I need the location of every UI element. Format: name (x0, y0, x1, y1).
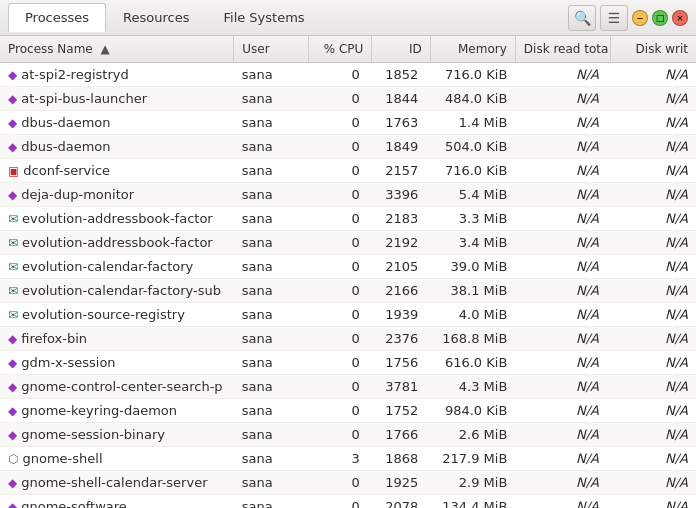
cell-id: 1756 (372, 351, 430, 375)
cell-diskread: N/A (515, 279, 611, 303)
table-row[interactable]: ◆dbus-daemon sana 0 1849 504.0 KiB N/A N… (0, 135, 696, 159)
cell-cpu: 0 (308, 231, 372, 255)
cell-memory: 984.0 KiB (430, 399, 515, 423)
cell-id: 3781 (372, 375, 430, 399)
tab-processes[interactable]: Processes (8, 3, 106, 32)
cell-diskwrite: N/A (611, 159, 696, 183)
cell-diskread: N/A (515, 111, 611, 135)
cell-diskread: N/A (515, 207, 611, 231)
table-row[interactable]: ✉evolution-addressbook-factor sana 0 218… (0, 207, 696, 231)
cell-memory: 134.4 MiB (430, 495, 515, 509)
cell-diskread: N/A (515, 303, 611, 327)
maximize-button[interactable]: □ (652, 10, 668, 26)
search-button[interactable]: 🔍 (568, 5, 596, 31)
table-row[interactable]: ✉evolution-addressbook-factor sana 0 219… (0, 231, 696, 255)
titlebar: Processes Resources File Systems 🔍 ☰ − □… (0, 0, 696, 36)
cell-id: 2166 (372, 279, 430, 303)
table-row[interactable]: ◆gnome-session-binary sana 0 1766 2.6 Mi… (0, 423, 696, 447)
cell-diskread: N/A (515, 495, 611, 509)
cell-cpu: 0 (308, 279, 372, 303)
cell-memory: 168.8 MiB (430, 327, 515, 351)
cell-id: 2192 (372, 231, 430, 255)
cell-user: sana (234, 423, 308, 447)
col-header-user[interactable]: User (234, 36, 308, 63)
cell-cpu: 0 (308, 303, 372, 327)
cell-diskwrite: N/A (611, 375, 696, 399)
cell-name: ◆dbus-daemon (0, 111, 234, 135)
table-row[interactable]: ◆gnome-control-center-search-p sana 0 37… (0, 375, 696, 399)
cell-id: 1849 (372, 135, 430, 159)
cell-name: ◆gnome-control-center-search-p (0, 375, 234, 399)
cell-name: ◆gnome-session-binary (0, 423, 234, 447)
col-header-memory[interactable]: Memory (430, 36, 515, 63)
table-row[interactable]: ◆gnome-keyring-daemon sana 0 1752 984.0 … (0, 399, 696, 423)
cell-memory: 3.3 MiB (430, 207, 515, 231)
process-icon: ✉ (8, 260, 18, 274)
cell-diskwrite: N/A (611, 447, 696, 471)
cell-diskwrite: N/A (611, 87, 696, 111)
cell-id: 1766 (372, 423, 430, 447)
col-header-cpu[interactable]: % CPU (308, 36, 372, 63)
col-header-diskwrite[interactable]: Disk writ (611, 36, 696, 63)
table-row[interactable]: ◆at-spi-bus-launcher sana 0 1844 484.0 K… (0, 87, 696, 111)
col-header-id[interactable]: ID (372, 36, 430, 63)
table-row[interactable]: ◆deja-dup-monitor sana 0 3396 5.4 MiB N/… (0, 183, 696, 207)
table-row[interactable]: ◆gnome-shell-calendar-server sana 0 1925… (0, 471, 696, 495)
col-header-name[interactable]: Process Name ▲ (0, 36, 234, 63)
cell-diskwrite: N/A (611, 399, 696, 423)
process-icon: ⬡ (8, 452, 18, 466)
cell-memory: 1.4 MiB (430, 111, 515, 135)
cell-memory: 39.0 MiB (430, 255, 515, 279)
cell-user: sana (234, 471, 308, 495)
cell-cpu: 0 (308, 375, 372, 399)
process-icon: ✉ (8, 308, 18, 322)
cell-id: 2183 (372, 207, 430, 231)
table-header: Process Name ▲ User % CPU ID Memory Disk… (0, 36, 696, 63)
table-row[interactable]: ◆firefox-bin sana 0 2376 168.8 MiB N/A N… (0, 327, 696, 351)
cell-user: sana (234, 111, 308, 135)
table-row[interactable]: ▣dconf-service sana 0 2157 716.0 KiB N/A… (0, 159, 696, 183)
process-icon: ◆ (8, 500, 17, 508)
cell-user: sana (234, 375, 308, 399)
process-table: Process Name ▲ User % CPU ID Memory Disk… (0, 36, 696, 508)
table-row[interactable]: ◆gdm-x-session sana 0 1756 616.0 KiB N/A… (0, 351, 696, 375)
process-icon: ◆ (8, 428, 17, 442)
close-button[interactable]: × (672, 10, 688, 26)
table-row[interactable]: ◆gnome-software sana 0 2078 134.4 MiB N/… (0, 495, 696, 509)
cell-diskwrite: N/A (611, 183, 696, 207)
cell-name: ◆gnome-keyring-daemon (0, 399, 234, 423)
tab-resources[interactable]: Resources (106, 3, 206, 32)
cell-user: sana (234, 279, 308, 303)
cell-memory: 5.4 MiB (430, 183, 515, 207)
table-row[interactable]: ✉evolution-calendar-factory-sub sana 0 2… (0, 279, 696, 303)
cell-name: ✉evolution-addressbook-factor (0, 231, 234, 255)
cell-name: ✉evolution-calendar-factory (0, 255, 234, 279)
table-row[interactable]: ◆at-spi2-registryd sana 0 1852 716.0 KiB… (0, 63, 696, 87)
cell-id: 3396 (372, 183, 430, 207)
cell-user: sana (234, 231, 308, 255)
process-icon: ◆ (8, 116, 17, 130)
tab-filesystems[interactable]: File Systems (206, 3, 321, 32)
cell-id: 1844 (372, 87, 430, 111)
table-container: Process Name ▲ User % CPU ID Memory Disk… (0, 36, 696, 508)
cell-diskread: N/A (515, 375, 611, 399)
cell-name: ▣dconf-service (0, 159, 234, 183)
cell-diskread: N/A (515, 423, 611, 447)
cell-user: sana (234, 351, 308, 375)
cell-cpu: 0 (308, 207, 372, 231)
cell-user: sana (234, 135, 308, 159)
menu-button[interactable]: ☰ (600, 5, 628, 31)
col-header-diskread[interactable]: Disk read tota (515, 36, 611, 63)
minimize-button[interactable]: − (632, 10, 648, 26)
cell-diskwrite: N/A (611, 255, 696, 279)
process-icon: ✉ (8, 212, 18, 226)
cell-name: ◆at-spi-bus-launcher (0, 87, 234, 111)
table-row[interactable]: ✉evolution-calendar-factory sana 0 2105 … (0, 255, 696, 279)
table-row[interactable]: ◆dbus-daemon sana 0 1763 1.4 MiB N/A N/A (0, 111, 696, 135)
table-row[interactable]: ✉evolution-source-registry sana 0 1939 4… (0, 303, 696, 327)
cell-diskread: N/A (515, 471, 611, 495)
cell-diskwrite: N/A (611, 207, 696, 231)
cell-diskread: N/A (515, 255, 611, 279)
table-row[interactable]: ⬡gnome-shell sana 3 1868 217.9 MiB N/A N… (0, 447, 696, 471)
cell-user: sana (234, 399, 308, 423)
